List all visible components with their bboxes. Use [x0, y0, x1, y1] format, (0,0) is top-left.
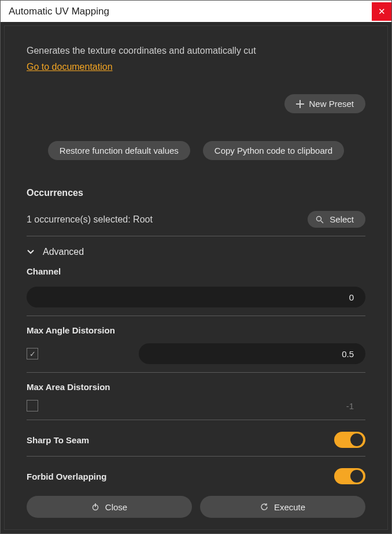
divider — [27, 372, 365, 373]
advanced-toggle[interactable]: Advanced — [27, 247, 365, 257]
copy-python-button[interactable]: Copy Python code to clipboard — [203, 141, 344, 160]
titlebar: Automatic UV Mapping ✕ — [1, 1, 391, 22]
channel-label: Channel — [27, 266, 365, 276]
max-angle-label: Max Angle Distorsion — [27, 325, 365, 335]
occurrences-row: 1 occurrence(s) selected: Root Select — [27, 211, 365, 228]
description-text: Generates the texture coordinates and au… — [27, 46, 365, 56]
execute-button[interactable]: Execute — [200, 496, 365, 518]
execute-label: Execute — [274, 502, 305, 512]
max-angle-input[interactable]: 0.5 — [139, 343, 365, 364]
select-occurrences-button[interactable]: Select — [308, 211, 365, 228]
occurrences-text: 1 occurrence(s) selected: Root — [27, 214, 153, 225]
dialog-body: Generates the texture coordinates and au… — [1, 22, 391, 533]
divider — [27, 316, 365, 316]
close-button[interactable]: Close — [27, 496, 192, 518]
search-icon — [316, 216, 324, 224]
window-title: Automatic UV Mapping — [9, 6, 109, 17]
close-label: Close — [105, 502, 127, 512]
max-area-checkbox[interactable] — [27, 400, 38, 411]
power-icon — [91, 503, 99, 511]
new-preset-button[interactable]: New Preset — [284, 94, 365, 113]
window-close-button[interactable]: ✕ — [372, 2, 391, 21]
occurrences-heading: Occurrences — [27, 188, 365, 198]
restore-defaults-button[interactable]: Restore function default values — [48, 141, 190, 160]
restore-defaults-label: Restore function default values — [60, 146, 179, 155]
documentation-link[interactable]: Go to documentation — [27, 62, 365, 72]
forbid-overlapping-label: Forbid Overlapping — [27, 472, 106, 481]
max-angle-checkbox[interactable] — [27, 348, 38, 359]
toggle-knob — [350, 470, 363, 483]
toggle-knob — [350, 433, 363, 446]
max-angle-value: 0.5 — [342, 349, 354, 359]
footer: Close Execute — [27, 484, 365, 518]
forbid-overlapping-row: Forbid Overlapping — [27, 468, 365, 484]
max-area-row: -1 — [27, 400, 365, 411]
refresh-icon — [260, 503, 268, 511]
channel-value: 0 — [349, 292, 354, 302]
select-label: Select — [330, 214, 354, 224]
max-area-label: Max Area Distorsion — [27, 382, 365, 392]
close-icon: ✕ — [378, 6, 386, 17]
plus-icon — [296, 100, 304, 108]
new-preset-label: New Preset — [309, 99, 354, 109]
max-angle-row: 0.5 — [27, 343, 365, 364]
divider — [27, 236, 365, 236]
sharp-to-seam-toggle[interactable] — [334, 432, 365, 448]
channel-input[interactable]: 0 — [27, 287, 365, 307]
preset-row: New Preset — [27, 94, 365, 113]
sharp-to-seam-row: Sharp To Seam — [27, 432, 365, 448]
copy-python-label: Copy Python code to clipboard — [215, 146, 332, 155]
divider — [27, 456, 365, 457]
max-area-value: -1 — [46, 401, 365, 411]
dialog-inner: Generates the texture coordinates and au… — [4, 25, 388, 530]
svg-point-0 — [317, 216, 321, 221]
action-row: Restore function default values Copy Pyt… — [27, 141, 365, 160]
dialog-window: Automatic UV Mapping ✕ Generates the tex… — [0, 0, 392, 534]
chevron-down-icon — [27, 248, 35, 256]
forbid-overlapping-toggle[interactable] — [334, 468, 365, 484]
divider — [27, 420, 365, 420]
advanced-label: Advanced — [43, 247, 84, 257]
svg-line-1 — [321, 221, 323, 223]
sharp-to-seam-label: Sharp To Seam — [27, 435, 89, 445]
